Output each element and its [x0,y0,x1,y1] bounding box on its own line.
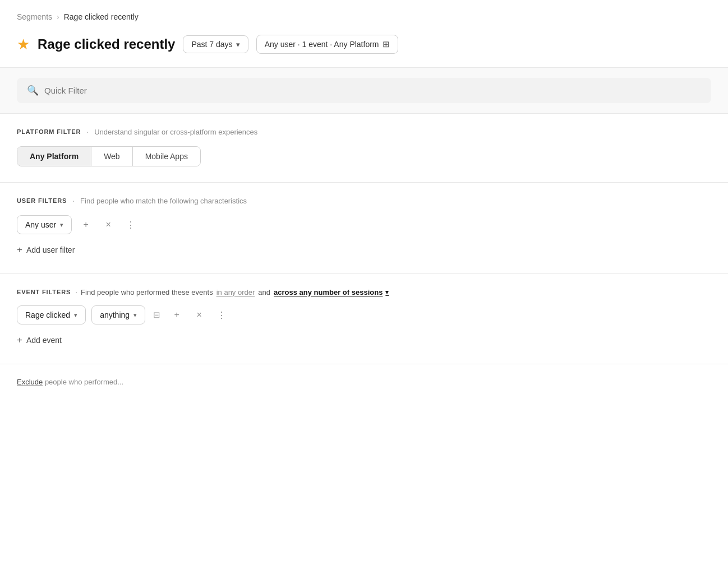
rage-clicked-label: Rage clicked [25,310,70,319]
header-row: ★ Rage clicked recently Past 7 days ▾ An… [0,31,728,67]
quick-filter-inner: 🔍 [17,78,711,103]
event-filters-dot: · [75,288,77,296]
user-filters-dot: · [72,196,75,205]
any-user-chevron: ▾ [60,221,63,229]
any-user-dropdown[interactable]: Any user ▾ [17,215,72,234]
add-user-filter-button[interactable]: + Add user filter [17,242,75,258]
breadcrumb: Segments › Rage clicked recently [0,0,728,31]
event-filters-and: and [258,288,270,296]
add-event-plus-icon: + [17,335,22,346]
anything-chevron: ▾ [133,312,137,319]
event-plus-btn[interactable]: + [168,307,185,323]
event-filter-row: Rage clicked ▾ anything ▾ ⊟ + × ⋮ [17,305,711,324]
platform-filter-header: PLATFORM FILTER · Understand singular or… [17,127,711,136]
user-filters-header: USER FILTERS · Find people who match the… [17,196,711,205]
exclude-text: Exclude people who performed... [17,378,123,386]
breadcrumb-parent[interactable]: Segments [17,12,52,21]
anything-dropdown[interactable]: anything ▾ [91,305,145,324]
filter-badge-button[interactable]: Any user · 1 event · Any Platform ⊞ [256,35,398,54]
any-user-label: Any user [25,220,56,229]
event-more-btn[interactable]: ⋮ [213,307,230,323]
rage-clicked-dropdown[interactable]: Rage clicked ▾ [17,305,86,324]
platform-filter-description: Understand singular or cross-platform ex… [94,128,257,136]
breadcrumb-separator: › [57,12,59,21]
platform-filter-dot: · [86,127,89,136]
rage-clicked-chevron: ▾ [74,312,77,319]
sessions-dropdown[interactable]: across any number of sessions ▾ [274,288,389,296]
add-event-label: Add event [26,336,62,345]
date-badge-button[interactable]: Past 7 days ▾ [183,35,248,53]
user-filter-more-btn[interactable]: ⋮ [122,216,139,233]
platform-buttons: Any Platform Web Mobile Apps [17,146,201,166]
event-filters-desc-pre: Find people who performed these events [81,288,213,296]
event-filters-section: EVENT FILTERS · Find people who performe… [0,274,728,364]
user-filter-plus-btn[interactable]: + [77,216,94,233]
user-filters-description: Find people who match the following char… [80,197,247,205]
breadcrumb-current: Rage clicked recently [64,12,139,21]
exclude-section: Exclude people who performed... [0,364,728,398]
in-any-order-link[interactable]: in any order [216,288,255,296]
date-badge-chevron: ▾ [236,40,240,49]
add-user-filter-label: Add user filter [26,245,75,254]
user-filter-remove-btn[interactable]: × [100,216,117,233]
exclude-link[interactable]: Exclude [17,378,43,386]
quick-filter-input[interactable] [44,86,701,95]
platform-btn-any[interactable]: Any Platform [17,147,91,166]
platform-filter-label: PLATFORM FILTER [17,128,81,135]
user-filters-section: USER FILTERS · Find people who match the… [0,183,728,274]
quick-filter-section: 🔍 [0,68,728,114]
settings-icon: ⊞ [383,39,390,49]
search-icon: 🔍 [27,85,39,96]
platform-btn-mobile[interactable]: Mobile Apps [133,147,200,166]
add-event-button[interactable]: + Add event [17,332,62,348]
sessions-label: across any number of sessions [274,288,383,296]
event-filter-icon-btn[interactable]: ⊟ [151,308,163,322]
filter-badge-label: Any user · 1 event · Any Platform [265,40,379,49]
event-filters-label: EVENT FILTERS [17,289,71,295]
page-title: Rage clicked recently [38,36,175,52]
platform-filter-section: PLATFORM FILTER · Understand singular or… [0,114,728,183]
event-filter-header: EVENT FILTERS · Find people who performe… [17,288,711,296]
exclude-desc-text: people who performed... [45,378,123,386]
user-filter-row: Any user ▾ + × ⋮ [17,215,711,234]
event-remove-btn[interactable]: × [191,307,208,323]
star-icon[interactable]: ★ [17,37,30,52]
add-user-filter-plus-icon: + [17,244,22,256]
user-filters-label: USER FILTERS [17,197,67,204]
sessions-chevron: ▾ [385,289,389,296]
anything-label: anything [100,310,130,319]
platform-btn-web[interactable]: Web [91,147,133,166]
date-badge-label: Past 7 days [191,40,232,49]
